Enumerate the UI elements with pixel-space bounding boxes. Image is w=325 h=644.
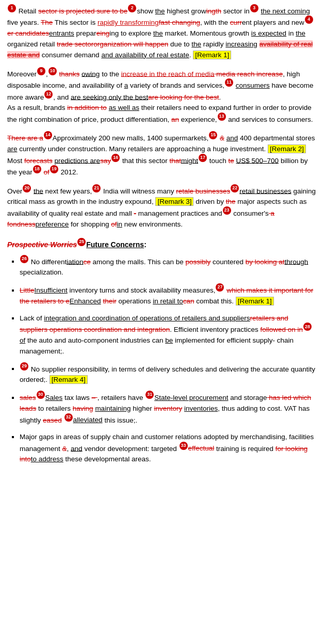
ins-seeking: are seeking only the best <box>71 93 148 101</box>
del-org: organization will happen <box>93 40 168 48</box>
badge-29: 29 <box>20 362 28 371</box>
badge-22: 22 <box>231 184 239 192</box>
ins-enhanced: Enhanced <box>70 297 101 305</box>
ins-avail2: and availability of real estate <box>101 51 189 59</box>
del-te: te <box>229 156 234 164</box>
badge-27: 27 <box>216 283 224 292</box>
badge-20: 20 <box>23 184 31 192</box>
paragraph-1: 1 Retail sector is projected sure to be2… <box>7 5 318 61</box>
ins-and2: and <box>226 134 238 142</box>
ins-preference: preference <box>36 220 69 228</box>
ins-is-expected: is expected <box>251 29 286 37</box>
badge-2: 2 <box>128 4 136 12</box>
paragraph-2: Moreover9,10 thanks owing to the increas… <box>7 68 318 125</box>
del-forecasts: forecasts <box>24 156 53 164</box>
bullet-item-6: Major gaps in areas of supply chain and … <box>20 432 318 465</box>
badge-33: 33 <box>180 442 188 450</box>
del-amp: & <box>62 444 67 452</box>
ins-the2: the <box>153 29 163 37</box>
del-followed: followed on in <box>261 326 303 333</box>
remark-1b: [Remark 1] <box>236 297 274 305</box>
del-media2: media reach increase <box>215 70 283 77</box>
ins-state: State‑level procurement <box>154 394 228 401</box>
del-there-are: There are a <box>7 134 43 142</box>
badge-32: 32 <box>64 413 73 422</box>
del-the6: the <box>226 198 236 205</box>
del-rapidly: rapidly transforming <box>98 19 159 26</box>
ins-through: through <box>285 257 308 265</box>
ins-us500: US$ 500–700 <box>236 156 279 164</box>
bullet-list: 26 No differentiationce among the malls.… <box>20 256 318 465</box>
badge-3: 3 <box>250 4 258 12</box>
ins-the4: the <box>191 40 201 48</box>
del-increase: increase in the reach of media <box>121 70 215 77</box>
del-heading: Prospective Worries <box>7 240 77 249</box>
ins-next: the next coming <box>261 7 310 15</box>
del-ingth: ingth <box>206 7 221 15</box>
del-eased: eased <box>43 416 62 424</box>
badge-14: 14 <box>44 131 52 139</box>
section-heading: Prospective Worries25Future Concerns: <box>7 239 318 250</box>
remark-1: [Remark 1] <box>193 51 231 59</box>
badge-1: 1 <box>8 4 16 12</box>
del-inventory: inventory <box>154 405 182 412</box>
bullet-item-5: sales30Sales tax laws – , retailers have… <box>20 392 318 426</box>
badge-4: 4 <box>305 15 313 24</box>
badge-18: 18 <box>33 165 41 173</box>
badge-9: 9 <box>37 67 45 75</box>
del-an: an <box>171 115 179 123</box>
ins-insufficient: Insufficient <box>35 286 68 294</box>
paragraph-3: There are a14Approximately 200 new malls… <box>7 132 318 178</box>
badge-31: 31 <box>145 391 154 399</box>
ins-heading: 25Future Concerns <box>77 240 144 249</box>
document-body: 1 Retail sector is projected sure to be2… <box>7 5 318 465</box>
ins-the: the <box>155 7 165 15</box>
del-dash: - <box>134 210 136 217</box>
del-of: of <box>111 220 117 228</box>
del-sales: sales <box>20 394 36 401</box>
ins-alleviated: 32alleviated <box>64 416 103 424</box>
del-sector: sector is projected sure to be <box>38 7 127 15</box>
del-curr: curr <box>230 19 242 26</box>
badge-15: 15 <box>209 131 217 139</box>
del-eing: eing <box>96 29 110 37</box>
ins-increasing: increasing <box>225 40 257 48</box>
remark-2: [Remark 2] <box>268 144 306 153</box>
ins-consumers: consumers <box>236 82 270 89</box>
ins-in-retail: in retail to <box>153 297 183 305</box>
badge-11: 11 <box>225 78 233 87</box>
ins-retail: retail businesses <box>239 187 291 195</box>
ins-as-well: as well as <box>109 104 139 111</box>
del-having: having <box>73 405 93 412</box>
del-the: The <box>41 19 53 26</box>
badge-12: 12 <box>44 90 53 99</box>
badge-13: 13 <box>218 112 226 121</box>
ins-predictions: predictions are <box>55 156 101 164</box>
paragraph-4: Over20 the next few years,21 India will … <box>7 185 318 230</box>
del-fast: fast changing <box>159 19 200 26</box>
remark-4: [Remark 4] <box>50 375 88 384</box>
del-of: of <box>44 168 50 176</box>
ins-maintaining: maintaining <box>95 405 131 412</box>
ins-and3: and <box>71 444 83 452</box>
badge-19: 19 <box>50 165 58 173</box>
del-their: their <box>103 297 116 305</box>
del-in-addition: in addition to <box>67 104 107 111</box>
ins-inventories: inventories <box>184 405 218 412</box>
del-by-looking: by looking at <box>246 257 285 265</box>
badge-17: 17 <box>199 154 207 162</box>
ins-might: might <box>181 156 198 164</box>
ins-the3: the <box>296 29 305 37</box>
ins-are: are <box>7 145 18 153</box>
ins-owing: owing <box>82 70 100 77</box>
del-ce: ce <box>84 257 91 265</box>
del-tocan: can <box>183 297 194 305</box>
badge-21: 21 <box>92 184 101 192</box>
del-dash2: – <box>92 394 98 401</box>
badge-25: 25 <box>77 238 86 246</box>
del-and: & <box>220 134 224 142</box>
bullet-item-2: LittleInsufficient inventory turns and s… <box>20 284 318 307</box>
ins-the5: the <box>34 187 43 195</box>
del-trade: trade sector <box>57 40 93 48</box>
badge-28: 28 <box>303 323 312 331</box>
